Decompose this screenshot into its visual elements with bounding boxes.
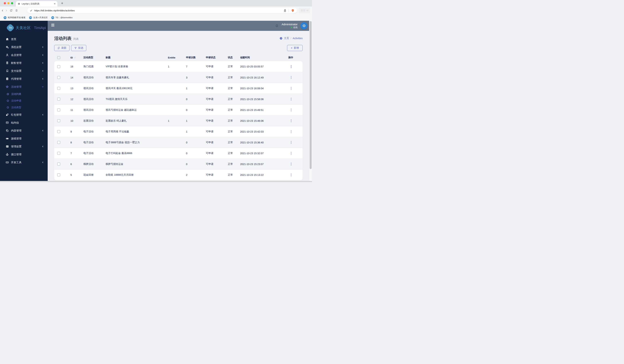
- sidebar-subitem-activity-types[interactable]: 活动类型: [0, 104, 48, 111]
- row-actions-button[interactable]: [290, 151, 292, 156]
- sidebar-item-label: 财务管理: [11, 61, 42, 65]
- scrollbar-thumb[interactable]: [310, 21, 312, 169]
- sidebar-item-admin-settings[interactable]: 管理设置: [0, 143, 48, 150]
- row-checkbox[interactable]: [57, 65, 60, 68]
- new-tab-button[interactable]: +: [60, 1, 65, 6]
- sidebar-item-api[interactable]: 接口管理: [0, 150, 48, 158]
- sidebar-item-system-settings[interactable]: 系统设置: [0, 43, 48, 51]
- cell-status: 正常: [223, 159, 235, 169]
- site-permissions-key-icon[interactable]: [30, 9, 32, 12]
- bookmark-item[interactable]: Tm 认准->天美社区: [29, 16, 48, 19]
- bookmark-item[interactable]: Tm TG：@tianmeibbs: [51, 16, 73, 19]
- address-bar[interactable]: https://k8.timibbs.vip/timibbs/activitie…: [27, 8, 297, 13]
- sidebar-subitem-activity-apply[interactable]: 活动申请: [0, 97, 48, 104]
- logout-avatar-button[interactable]: [300, 22, 308, 29]
- bookmarks-bar: Tm 程序搭建/开发/修复 Tm 认准->天美社区 Tm TG：@tianmei…: [0, 14, 312, 21]
- column-header-apply-count[interactable]: 申请次数: [181, 56, 201, 59]
- cell-entitle: [163, 72, 181, 83]
- column-header-status[interactable]: 状态: [223, 56, 235, 59]
- row-checkbox[interactable]: [57, 97, 60, 101]
- reload-button[interactable]: [10, 9, 13, 12]
- user-info[interactable]: Administrator 在线: [282, 23, 298, 29]
- back-button[interactable]: ‹: [2, 8, 3, 12]
- sidebar-item-content[interactable]: 内容管理: [0, 127, 48, 135]
- cell-created-time: 2021-10-23 15:49:51: [235, 105, 285, 115]
- cell-status: 正常: [223, 170, 235, 180]
- update-button[interactable]: 更新: [299, 8, 310, 13]
- circle-icon: [7, 100, 9, 102]
- window-minimize-button[interactable]: [7, 2, 10, 4]
- row-checkbox[interactable]: [57, 119, 60, 122]
- table-row: 13 视讯活动 视讯冲关 最高108130元 1 可申请 正常 2021-10-…: [54, 83, 303, 94]
- row-actions-button[interactable]: [290, 97, 292, 102]
- share-icon[interactable]: [284, 9, 286, 12]
- sidebar-subitem-activity-list[interactable]: 活动列表: [0, 91, 48, 97]
- sort-asc-icon[interactable]: ↑: [74, 56, 76, 59]
- column-header-created[interactable]: 创建时间: [235, 56, 285, 59]
- column-header-id[interactable]: ID: [70, 56, 73, 59]
- row-actions-button[interactable]: [290, 107, 292, 113]
- row-actions-button[interactable]: [290, 64, 292, 69]
- circle-icon: [7, 106, 9, 108]
- brave-shields-icon[interactable]: [291, 9, 294, 12]
- notifications-bell-icon[interactable]: [275, 24, 279, 28]
- sidebar-item-activities[interactable]: 活动管理: [0, 83, 48, 91]
- row-actions-button[interactable]: [290, 75, 292, 80]
- select-all-checkbox[interactable]: [57, 56, 60, 59]
- forward-button[interactable]: ›: [6, 8, 7, 12]
- tab-close-icon[interactable]: ✕: [54, 2, 56, 5]
- cell-apply-count: 1: [181, 83, 201, 94]
- sidebar-item-dev-tools[interactable]: 开发工具: [0, 158, 48, 166]
- page-scrollbar[interactable]: [309, 21, 312, 182]
- row-actions-button[interactable]: [290, 140, 292, 145]
- filter-button-label: 筛选: [78, 46, 83, 49]
- chevron-left-icon: [42, 70, 44, 72]
- column-header-entitle[interactable]: Entitle: [163, 56, 181, 59]
- row-actions-button[interactable]: [290, 129, 292, 134]
- bookmark-page-icon[interactable]: [15, 9, 18, 12]
- row-checkbox[interactable]: [57, 130, 60, 133]
- sidebar-item-payment-settings[interactable]: 支付设置: [0, 67, 48, 75]
- sidebar-item-agents[interactable]: 代理管理: [0, 75, 48, 83]
- url-text[interactable]: https://k8.timibbs.vip/timibbs/activitie…: [34, 9, 284, 12]
- row-actions-button[interactable]: [290, 172, 292, 177]
- window-close-button[interactable]: [4, 2, 6, 4]
- sidebar-item-home[interactable]: 首页: [0, 35, 48, 43]
- row-checkbox[interactable]: [57, 87, 60, 90]
- menu-icon: [306, 9, 308, 12]
- sidebar-item-finance[interactable]: 财务管理: [0, 59, 48, 67]
- chevron-left-icon: [42, 145, 44, 148]
- row-checkbox[interactable]: [57, 152, 60, 155]
- sidebar-toggle-button[interactable]: [51, 24, 54, 27]
- row-actions-button[interactable]: [290, 161, 292, 167]
- table-row: 14 视讯活动 视讯专享 连赢有豪礼 3 可申请 正常 2021-10-23 1…: [54, 72, 303, 83]
- window-zoom-button[interactable]: [11, 2, 13, 4]
- chevron-left-icon: [42, 46, 44, 48]
- row-checkbox[interactable]: [57, 163, 60, 166]
- row-actions-button[interactable]: [290, 118, 292, 123]
- breadcrumb-home[interactable]: 主页: [284, 37, 289, 40]
- row-checkbox[interactable]: [57, 76, 60, 79]
- refresh-button[interactable]: 刷新: [54, 45, 70, 51]
- update-button-label: 更新: [301, 9, 306, 12]
- column-header-apply-status[interactable]: 申请状态: [201, 56, 223, 59]
- row-checkbox[interactable]: [57, 173, 60, 176]
- row-actions-button[interactable]: [290, 86, 292, 91]
- cell-apply-status: 可申请: [201, 148, 223, 159]
- sidebar-item-red-packets[interactable]: 红包管理: [0, 111, 48, 119]
- column-header-title[interactable]: 标题: [101, 56, 163, 59]
- bookmark-item[interactable]: Tm 程序搭建/开发/修复: [4, 16, 26, 19]
- cell-activity-type: 视讯活动: [79, 105, 101, 115]
- filter-button[interactable]: 筛选: [71, 45, 86, 51]
- cell-entitle: [163, 159, 181, 169]
- activities-submenu: 活动列表 活动申请 活动类型: [0, 91, 48, 111]
- row-checkbox[interactable]: [57, 141, 60, 144]
- sidebar-item-games[interactable]: 游戏管理: [0, 135, 48, 143]
- cell-id: 13: [68, 83, 79, 94]
- sidebar-item-members[interactable]: 会员管理: [0, 51, 48, 59]
- column-header-type[interactable]: 活动类型: [79, 56, 101, 59]
- add-button[interactable]: + 新增: [287, 45, 303, 51]
- row-checkbox[interactable]: [57, 108, 60, 111]
- sidebar-item-messages[interactable]: 站内信: [0, 119, 48, 127]
- browser-tab[interactable]: LeyApi | 活动列表 ✕: [16, 1, 57, 6]
